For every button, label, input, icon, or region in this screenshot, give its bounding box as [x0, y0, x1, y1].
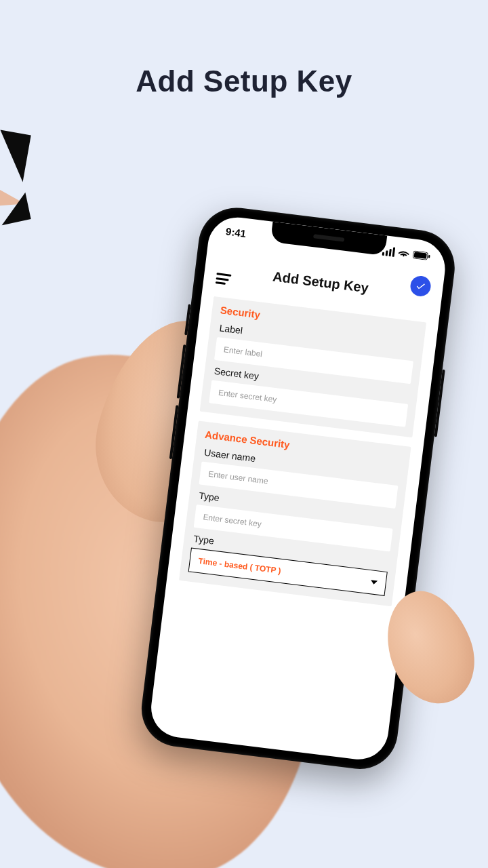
signal-icon [382, 245, 396, 256]
decorative-shape [0, 193, 31, 225]
battery-icon [412, 250, 430, 260]
status-time: 9:41 [225, 225, 247, 239]
svg-rect-1 [414, 252, 427, 258]
type-dropdown-value: Time - based ( TOTP ) [198, 556, 281, 576]
wifi-icon [398, 248, 410, 258]
confirm-button[interactable] [409, 275, 432, 297]
check-icon [415, 280, 427, 292]
advance-security-section: Advance Security Usaer name Type Type Ti… [179, 421, 411, 607]
decorative-shape [0, 130, 31, 182]
app-title: Add Setup Key [231, 263, 411, 300]
page-title: Add Setup Key [0, 64, 488, 98]
security-section: Security Label Secret key [200, 296, 426, 437]
svg-rect-2 [428, 254, 430, 258]
menu-icon[interactable] [216, 273, 232, 285]
chevron-down-icon [370, 580, 378, 585]
